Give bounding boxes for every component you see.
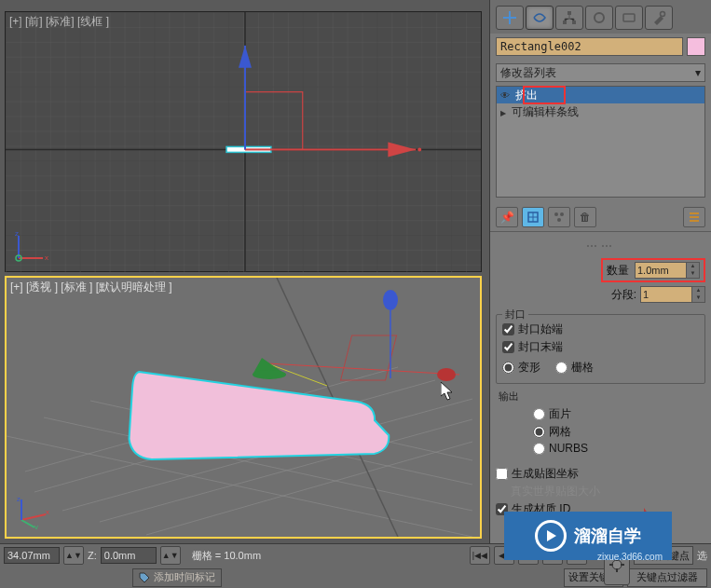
- svg-point-45: [661, 12, 665, 17]
- svg-point-8: [417, 147, 421, 151]
- object-name-field[interactable]: [496, 37, 683, 56]
- create-tab-icon[interactable]: [496, 6, 524, 30]
- output-patch-radio[interactable]: [533, 408, 545, 420]
- axis-tripod-perspective: x y z: [14, 492, 51, 529]
- watermark-url: zixue.3d66.com: [597, 552, 663, 562]
- x-spinner[interactable]: ▲▼: [63, 546, 84, 565]
- svg-point-33: [253, 370, 286, 379]
- cap-group-title: 封口: [502, 308, 528, 321]
- svg-point-28: [437, 368, 456, 381]
- modifier-list-label: 修改器列表: [500, 65, 556, 81]
- svg-line-27: [267, 363, 459, 375]
- gen-map-coords-label: 生成贴图坐标: [512, 466, 579, 482]
- make-unique-icon[interactable]: [548, 207, 570, 227]
- svg-text:y: y: [34, 523, 38, 529]
- viewport-front-canvas: [6, 12, 481, 272]
- cap-morph-radio[interactable]: [502, 362, 514, 374]
- add-time-tag-button[interactable]: 添加时间标记: [132, 568, 222, 587]
- cap-morph-label: 变形: [518, 360, 540, 376]
- amount-label: 数量: [607, 263, 629, 279]
- svg-point-47: [554, 212, 558, 216]
- watermark-play-icon: [535, 520, 567, 552]
- axis-tripod-front: x z: [13, 226, 50, 264]
- gen-map-coords-checkbox[interactable]: [496, 468, 508, 480]
- cap-group: 封口 封口始端 封口末端 变形 栅格: [496, 314, 705, 384]
- svg-text:z: z: [17, 495, 21, 503]
- watermark-logo: 溜溜自学 zixue.3d66.com: [504, 512, 672, 560]
- cap-grid-label: 栅格: [571, 360, 594, 376]
- svg-marker-51: [547, 530, 556, 541]
- viewport-perspective[interactable]: [+] [透视 ] [标准 ] [默认明暗处理 ]: [5, 276, 482, 539]
- output-nurbs-radio[interactable]: [533, 443, 545, 455]
- amount-spinner[interactable]: ▲▼: [687, 262, 700, 279]
- output-mesh-radio[interactable]: [533, 426, 545, 438]
- svg-rect-26: [341, 335, 397, 380]
- display-tab-icon[interactable]: [615, 6, 643, 30]
- key-filters-button[interactable]: 关键点过滤器: [627, 568, 707, 587]
- output-group-title: 输出: [496, 390, 705, 403]
- visibility-icon[interactable]: [500, 89, 510, 102]
- svg-point-31: [383, 290, 398, 310]
- segments-label: 分段:: [611, 287, 636, 303]
- modifier-editable-spline[interactable]: 可编辑样条线: [497, 103, 704, 120]
- grid-readout: 栅格 = 10.0mm: [192, 549, 261, 563]
- cap-start-label: 封口始端: [518, 321, 563, 337]
- amount-input[interactable]: [635, 262, 687, 279]
- goto-start-icon[interactable]: |◀◀: [470, 546, 490, 565]
- svg-point-49: [557, 218, 561, 222]
- svg-text:x: x: [46, 508, 49, 516]
- show-end-result-icon[interactable]: [522, 207, 544, 227]
- selected-label: 选: [697, 549, 707, 563]
- pin-stack-icon[interactable]: 📌: [496, 207, 518, 227]
- segments-spinner[interactable]: ▲▼: [692, 286, 705, 303]
- svg-point-43: [595, 13, 604, 22]
- modify-tab-icon[interactable]: [526, 6, 554, 30]
- real-world-label: 真实世界贴图大小: [511, 484, 600, 499]
- motion-tab-icon[interactable]: [585, 6, 613, 30]
- modifier-extrude[interactable]: 挤出: [497, 87, 704, 103]
- command-panel: 修改器列表 ▾ 挤出 可编辑样条线 📌 🗑 ⋯⋯ 数量: [489, 0, 711, 588]
- svg-line-36: [21, 520, 34, 527]
- svg-rect-44: [623, 14, 635, 21]
- svg-rect-1: [6, 12, 481, 272]
- svg-rect-40: [567, 11, 571, 15]
- viewport-front[interactable]: [+] [前] [标准] [线框 ]: [5, 11, 482, 272]
- viewport-perspective-canvas: [7, 278, 480, 537]
- cap-end-checkbox[interactable]: [502, 341, 514, 353]
- svg-rect-41: [563, 21, 567, 24]
- chevron-down-icon: ▾: [695, 66, 701, 79]
- configure-modifier-sets-icon[interactable]: [683, 207, 705, 227]
- object-color-swatch[interactable]: [687, 37, 705, 56]
- rollout-drag-handle-icon[interactable]: ⋯⋯: [490, 239, 711, 253]
- x-coordinate-field[interactable]: 34.07mm: [4, 547, 60, 564]
- output-nurbs-label: NURBS: [549, 442, 588, 455]
- z-coordinate-field[interactable]: 0.0mm: [101, 547, 157, 564]
- svg-text:x: x: [45, 253, 48, 262]
- hierarchy-tab-icon[interactable]: [555, 6, 583, 30]
- command-panel-tabs: [490, 0, 711, 34]
- cap-end-label: 封口末端: [518, 339, 563, 355]
- cap-grid-radio[interactable]: [555, 362, 567, 374]
- z-label: Z:: [88, 550, 97, 561]
- svg-rect-42: [572, 21, 576, 24]
- add-time-tag-label: 添加时间标记: [154, 570, 215, 584]
- output-patch-label: 面片: [549, 406, 571, 422]
- cap-start-checkbox[interactable]: [502, 323, 514, 335]
- modifier-list-dropdown[interactable]: 修改器列表 ▾: [496, 63, 705, 82]
- tag-icon: [139, 572, 150, 583]
- modifier-extrude-label: 挤出: [515, 88, 538, 103]
- svg-point-48: [560, 212, 564, 216]
- svg-text:z: z: [15, 229, 19, 238]
- z-spinner[interactable]: ▲▼: [160, 546, 181, 565]
- modifier-stack-toolbar: 📌 🗑: [490, 203, 711, 232]
- remove-modifier-icon[interactable]: 🗑: [574, 207, 596, 227]
- segments-input[interactable]: [640, 286, 692, 303]
- output-mesh-label: 网格: [549, 424, 571, 440]
- expand-icon[interactable]: [500, 105, 506, 118]
- parameters-rollout: 数量 ▲▼ 分段: ▲▼ 封口 封口始端 封口末端: [496, 256, 705, 518]
- svg-line-34: [21, 514, 46, 520]
- utilities-tab-icon[interactable]: [645, 6, 673, 30]
- modifier-editable-spline-label: 可编辑样条线: [512, 104, 579, 120]
- watermark-brand: 溜溜自学: [574, 525, 641, 547]
- modifier-stack[interactable]: 挤出 可编辑样条线: [496, 86, 705, 198]
